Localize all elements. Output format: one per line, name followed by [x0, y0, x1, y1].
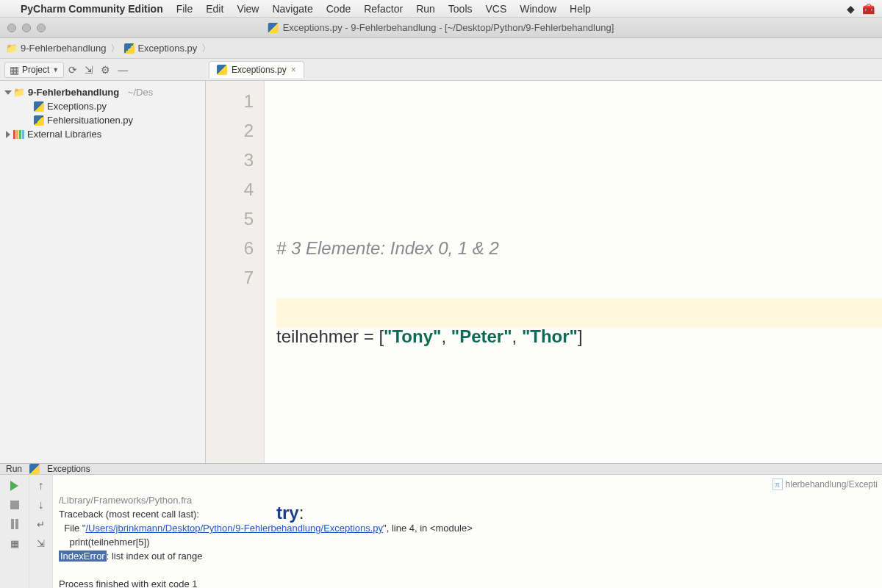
run-config-name[interactable]: Exceptions — [47, 464, 90, 474]
export-button[interactable]: ⇲ — [35, 537, 48, 550]
project-tree[interactable]: 📁 9-Fehlerbehandlung ~/Des Exceptions.py… — [0, 81, 206, 463]
run-gutter-2: ↑ ↓ ↵ ⇲ — [29, 475, 53, 588]
disclosure-icon[interactable] — [6, 131, 10, 138]
python-file-icon — [34, 115, 44, 126]
tree-file[interactable]: Fehlersituationen.py — [3, 113, 202, 127]
tool-row: ▦ Project ▼ ⟳ ⇲ ⚙ — Exceptions.py × — [0, 59, 882, 81]
tray-icon-2[interactable]: 🧰 — [862, 3, 875, 15]
tree-root[interactable]: 📁 9-Fehlerbehandlung ~/Des — [3, 85, 202, 99]
folder-icon: 📁 — [13, 87, 25, 98]
tree-external-libraries[interactable]: External Libraries — [3, 127, 202, 141]
window-titlebar: Exceptions.py - 9-Fehlerbehandlung - [~/… — [0, 18, 882, 38]
folder-icon: 📁 — [6, 43, 18, 54]
zoom-window-button[interactable] — [37, 24, 46, 32]
main-split: 📁 9-Fehlerbehandlung ~/Des Exceptions.py… — [0, 81, 882, 463]
app-name[interactable]: PyCharm Community Edition — [21, 3, 163, 15]
breadcrumb-file[interactable]: Exceptions.py — [124, 43, 197, 54]
project-icon: ▦ — [10, 64, 19, 76]
run-gutter: ▦ — [0, 475, 29, 588]
down-stacktrace-button[interactable]: ↓ — [35, 498, 48, 512]
up-stacktrace-button[interactable]: ↑ — [35, 479, 48, 492]
close-window-button[interactable] — [7, 24, 16, 32]
editor-tab[interactable]: Exceptions.py × — [209, 61, 304, 78]
minimize-window-button[interactable] — [22, 24, 31, 32]
python-file-icon — [29, 464, 40, 474]
menu-edit[interactable]: Edit — [206, 3, 223, 15]
wrap-button[interactable]: ↵ — [35, 517, 48, 531]
chevron-down-icon: ▼ — [52, 66, 59, 74]
tray-icon-1[interactable]: ◆ — [847, 3, 855, 15]
menu-code[interactable]: Code — [326, 3, 351, 15]
collapse-icon[interactable]: ⇲ — [85, 64, 93, 76]
menu-file[interactable]: File — [176, 3, 193, 15]
menu-run[interactable]: Run — [416, 3, 435, 15]
libraries-icon — [13, 130, 24, 139]
run-tab-label[interactable]: Run — [6, 464, 22, 474]
error-name: IndexError — [59, 551, 107, 562]
macos-menubar: PyCharm Community Edition File Edit View… — [0, 0, 882, 18]
breadcrumb-folder[interactable]: 📁 9-Fehlerbehandlung — [6, 43, 106, 54]
breadcrumb-separator: 〉 — [201, 42, 211, 55]
layout-button[interactable]: ▦ — [8, 537, 21, 550]
python-file-icon — [124, 43, 135, 54]
code-editor[interactable]: 1 2 3 4 5 6 7 # 3 Elemente: Index 0, 1 &… — [206, 81, 882, 463]
window-title: Exceptions.py - 9-Fehlerbehandlung - [~/… — [283, 22, 614, 33]
pause-button[interactable] — [8, 517, 21, 531]
menu-tools[interactable]: Tools — [448, 3, 473, 15]
rerun-button[interactable] — [8, 479, 21, 492]
project-tool-button[interactable]: ▦ Project ▼ — [4, 62, 64, 78]
menu-view[interactable]: View — [237, 3, 259, 15]
menu-refactor[interactable]: Refactor — [364, 3, 403, 15]
sync-icon[interactable]: ⟳ — [68, 64, 77, 76]
code-area[interactable]: # 3 Elemente: Index 0, 1 & 2 teilnehmer … — [265, 81, 882, 463]
code-comment: # 3 Elemente: Index 0, 1 & 2 — [276, 238, 499, 258]
breadcrumb-separator: 〉 — [110, 42, 120, 55]
menu-window[interactable]: Window — [520, 3, 556, 15]
line-gutter: 1 2 3 4 5 6 7 — [206, 81, 265, 463]
pi-icon[interactable]: π — [772, 478, 783, 490]
menu-navigate[interactable]: Navigate — [272, 3, 312, 15]
close-tab-icon[interactable]: × — [291, 65, 296, 75]
menu-vcs[interactable]: VCS — [486, 3, 507, 15]
hide-icon[interactable]: — — [118, 64, 128, 76]
stop-button[interactable] — [8, 498, 21, 512]
traffic-lights — [7, 24, 46, 32]
disclosure-icon[interactable] — [4, 90, 12, 95]
breadcrumb-bar: 📁 9-Fehlerbehandlung 〉 Exceptions.py 〉 — [0, 38, 882, 59]
settings-icon[interactable]: ⚙ — [101, 64, 110, 76]
tree-file[interactable]: Exceptions.py — [3, 99, 202, 113]
console-path-right: πhlerbehandlung/Excepti — [772, 478, 878, 492]
console-output[interactable]: πhlerbehandlung/Excepti/Library/Framewor… — [53, 475, 882, 588]
python-file-icon — [217, 65, 227, 75]
menu-help[interactable]: Help — [570, 3, 591, 15]
python-file-icon — [268, 23, 279, 33]
python-file-icon — [34, 101, 44, 112]
